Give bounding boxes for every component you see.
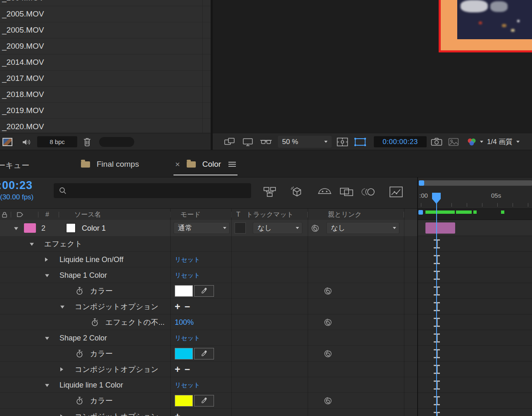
twirl-right-icon[interactable] [45,258,48,262]
eyedropper-button[interactable] [194,348,214,359]
tab-color[interactable]: × Color [175,156,236,173]
parent-pickwhip-icon[interactable] [311,224,320,233]
timeline-track-area: :00 05s [417,177,532,416]
eyedropper-button[interactable] [194,285,214,297]
preserve-transparency-box[interactable] [235,222,246,234]
file-row[interactable]: _2014.MOV [0,54,211,71]
search-input[interactable] [54,183,251,198]
stopwatch-icon[interactable] [76,349,83,358]
twirl-down-icon[interactable] [60,305,64,308]
column-divider [202,0,203,133]
always-preview-icon[interactable] [224,138,235,146]
stopwatch-icon[interactable] [76,396,83,405]
twirl-down-icon[interactable] [45,337,49,340]
close-icon[interactable]: × [175,160,180,168]
column-t: T [236,211,240,218]
file-row[interactable]: _2018.MOV [0,87,211,103]
reset-link[interactable]: リセット [175,271,200,279]
pickwhip-icon[interactable] [323,318,332,327]
color-swatch[interactable] [175,395,193,407]
pickwhip-icon[interactable] [323,396,332,405]
thumbnail-icon[interactable] [2,138,12,146]
tab-render-queue[interactable]: ーキュー [0,160,29,171]
file-row[interactable]: _2009.MOV [0,38,211,54]
draft-3d-button[interactable] [290,186,304,198]
rendered-frames-segment [473,210,477,214]
property-label: エフェクト [44,239,82,249]
twirl-right-icon[interactable] [60,367,63,371]
chevron-down-icon [393,227,396,229]
twirl-down-icon[interactable] [14,227,18,230]
layer-row[interactable]: 2 Color 1 通常 なし なし [0,220,417,236]
pickwhip-icon[interactable] [323,349,332,358]
blend-mode-dropdown[interactable]: 通常 [173,222,230,234]
preview-image[interactable] [439,0,532,52]
layer-duration-bar[interactable] [425,222,455,234]
layer-name[interactable]: Color 1 [82,224,106,232]
frame-blend-button[interactable] [340,186,354,198]
composite-add-remove-buttons[interactable]: + − [175,364,191,374]
twirl-down-icon[interactable] [45,274,49,277]
reset-link[interactable]: リセット [175,381,200,389]
playhead-line[interactable] [436,202,437,416]
color-swatch[interactable] [175,285,193,297]
column-separator [404,208,404,416]
comp-flowchart-button[interactable] [263,186,277,198]
stopwatch-icon[interactable] [91,318,99,326]
time-navigator[interactable] [419,180,532,186]
footer-pill[interactable] [99,137,134,147]
show-snapshot-icon[interactable] [448,137,459,147]
snapshot-camera-icon[interactable] [431,137,442,147]
zoom-value: 50 % [282,138,298,146]
reset-link[interactable]: リセット [175,255,200,263]
color-swatch[interactable] [175,348,193,359]
property-row: カラー [0,283,417,299]
3d-glasses-icon[interactable] [260,138,272,146]
property-row: エフェクトの不...100% [0,314,417,330]
layer-color-swatch[interactable] [66,223,76,233]
composite-add-remove-buttons[interactable]: + − [175,411,191,416]
column-separator [231,208,232,416]
bpc-button[interactable]: 8 bpc [37,136,77,147]
resolution-dropdown[interactable]: 1/4 画質 [487,136,520,148]
project-panel: _2004.MOV_2005.MOV_2005.MOV_2009.MOV_201… [0,0,211,150]
layer-label-color[interactable] [24,223,36,233]
shy-layers-button[interactable] [317,186,332,198]
composite-add-remove-buttons[interactable]: + − [175,302,191,311]
property-label: カラー [90,396,113,406]
pickwhip-icon[interactable] [323,286,332,295]
mask-visibility-icon[interactable] [354,137,366,147]
panel-menu-icon[interactable] [228,164,236,165]
file-row[interactable]: _2005.MOV [0,6,211,22]
grid-guides-icon[interactable] [337,137,348,147]
tab-final-comps[interactable]: Final comps [81,156,139,173]
file-row[interactable]: _2019.MOV [0,103,211,119]
property-value[interactable]: 100% [175,318,194,326]
graph-editor-button[interactable] [389,186,403,198]
file-row[interactable]: _2017.MOV [0,71,211,87]
property-label: カラー [90,349,113,359]
twirl-right-icon[interactable] [60,414,63,416]
reset-link[interactable]: リセット [175,334,200,342]
interpret-footage-icon[interactable] [21,137,32,147]
twirl-down-icon[interactable] [30,243,34,246]
file-row[interactable]: _2004.MOV [0,0,211,6]
parent-dropdown[interactable]: なし [326,222,399,234]
track-matte-dropdown[interactable]: なし [253,222,302,234]
twirl-down-icon[interactable] [45,384,49,387]
file-list: _2004.MOV_2005.MOV_2005.MOV_2009.MOV_201… [0,0,211,135]
stopwatch-icon[interactable] [76,286,83,295]
top-panels: _2004.MOV_2005.MOV_2005.MOV_2009.MOV_201… [0,0,532,150]
property-label: Liquide Line On/Off [59,255,124,264]
motion-blur-button[interactable] [361,186,376,198]
current-time-display[interactable]: :00:23 [0,179,33,192]
file-row[interactable]: _2005.MOV [0,22,211,38]
file-name: _2009.MOV [0,42,44,50]
channel-rgb-icon[interactable] [466,137,483,147]
trash-icon[interactable] [83,137,92,147]
navigator-start-handle[interactable] [419,180,424,186]
zoom-dropdown[interactable]: 50 % [278,136,332,148]
primary-viewer-icon[interactable] [242,137,253,147]
viewer-timecode[interactable]: 0:00:00:23 [374,136,427,147]
eyedropper-button[interactable] [194,395,214,407]
